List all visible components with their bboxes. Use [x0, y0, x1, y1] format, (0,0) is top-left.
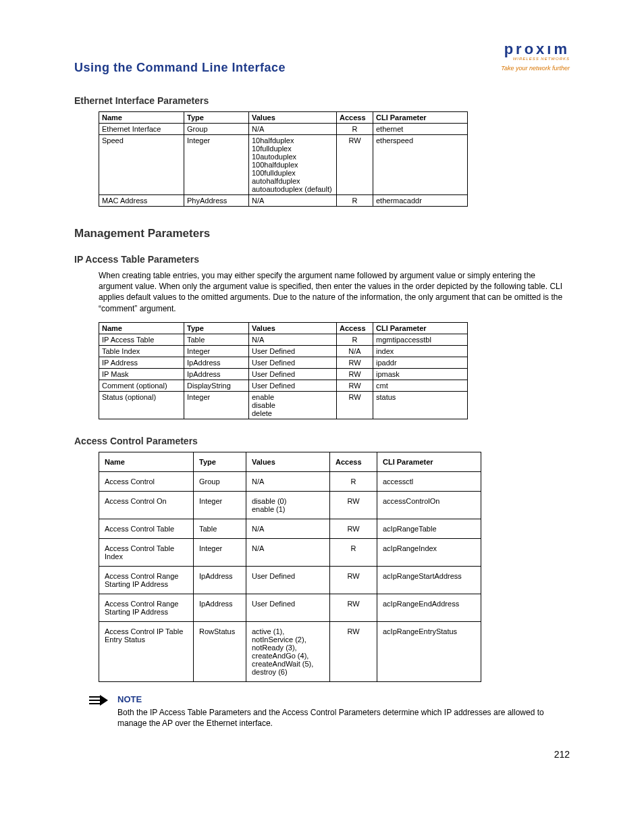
col-values: Values [246, 452, 330, 471]
cell-cli: ipmask [373, 368, 468, 380]
cell-type: Integer [184, 391, 249, 419]
col-name: Name [99, 452, 194, 471]
cell-access: RW [330, 621, 377, 681]
tbody-ip-access: IP Access TableTableN/ARmgmtipaccesstblT… [99, 334, 468, 419]
cell-values: User Defined [249, 345, 337, 357]
cell-access: RW [337, 357, 373, 368]
page-title: Using the Command Line Interface [74, 61, 286, 75]
cell-type: Group [184, 124, 249, 135]
cell-access: R [330, 471, 377, 491]
cell-cli: ethermacaddr [373, 195, 468, 207]
col-type: Type [194, 452, 246, 471]
cell-name: Table Index [99, 345, 184, 357]
cell-cli: acIpRangeTable [377, 519, 481, 538]
table-header-row: Name Type Values Access CLI Parameter [99, 452, 481, 471]
cell-values: N/A [249, 124, 337, 135]
cell-values: N/A [249, 334, 337, 345]
cell-access: R [337, 124, 373, 135]
cell-type: IpAddress [184, 357, 249, 368]
cell-access: R [337, 195, 373, 207]
tbody-access-control: Access ControlGroupN/ARaccessctlAccess C… [99, 471, 481, 681]
cell-cli: mgmtipaccesstbl [373, 334, 468, 345]
cell-name: Comment (optional) [99, 380, 184, 391]
col-access: Access [330, 452, 377, 471]
cell-type: Integer [184, 345, 249, 357]
table-row: MAC AddressPhyAddressN/ARethermacaddr [99, 195, 468, 207]
heading-access-control-parameters: Access Control Parameters [74, 436, 570, 446]
page-header: Using the Command Line Interface proxım … [74, 41, 570, 75]
heading-ethernet-interface-parameters: Ethernet Interface Parameters [74, 95, 570, 106]
cell-access: RW [337, 380, 373, 391]
svg-marker-3 [100, 695, 108, 706]
cell-access: RW [330, 594, 377, 621]
cell-type: Integer [194, 491, 246, 519]
cell-values: N/A [246, 519, 330, 538]
tbody-ethernet-interface: Ethernet InterfaceGroupN/ARethernetSpeed… [99, 124, 468, 207]
table-row: Status (optional)Integerenable disable d… [99, 391, 468, 419]
cell-access: RW [337, 391, 373, 419]
table-row: Access Control Range Starting IP Address… [99, 566, 481, 594]
cell-type: Integer [194, 538, 246, 566]
cell-values: N/A [246, 471, 330, 491]
table-row: Ethernet InterfaceGroupN/ARethernet [99, 124, 468, 135]
table-header-row: Name Type Values Access CLI Parameter [99, 322, 468, 334]
cell-type: Integer [184, 135, 249, 195]
cell-name: Ethernet Interface [99, 124, 184, 135]
col-cli: CLI Parameter [377, 452, 481, 471]
cell-name: IP Address [99, 357, 184, 368]
cell-type: PhyAddress [184, 195, 249, 207]
note-arrow-icon [88, 694, 109, 708]
brand-block: proxım WIRELESS NETWORKS Take your netwo… [501, 41, 570, 72]
table-row: Access Control OnIntegerdisable (0) enab… [99, 491, 481, 519]
cell-values: User Defined [246, 566, 330, 594]
table-access-control: Name Type Values Access CLI Parameter Ac… [99, 452, 481, 682]
table-row: Table IndexIntegerUser DefinedN/Aindex [99, 345, 468, 357]
cell-name: Access Control Table Index [99, 538, 194, 566]
table-row: IP MaskIpAddressUser DefinedRWipmask [99, 368, 468, 380]
cell-name: IP Access Table [99, 334, 184, 345]
col-cli: CLI Parameter [373, 322, 468, 334]
cell-type: DisplayString [184, 380, 249, 391]
cell-values: User Defined [249, 380, 337, 391]
cell-values: N/A [246, 538, 330, 566]
col-name: Name [99, 112, 184, 124]
cell-name: MAC Address [99, 195, 184, 207]
cell-type: Table [194, 519, 246, 538]
cell-cli: index [373, 345, 468, 357]
cell-values: disable (0) enable (1) [246, 491, 330, 519]
heading-ip-access-table-parameters: IP Access Table Parameters [74, 254, 570, 265]
table-row: Access Control Table IndexIntegerN/ARacI… [99, 538, 481, 566]
table-row: IP Access TableTableN/ARmgmtipaccesstbl [99, 334, 468, 345]
table-row: IP AddressIpAddressUser DefinedRWipaddr [99, 357, 468, 368]
ip-access-intro: When creating table entries, you may eit… [99, 270, 570, 314]
table-ip-access: Name Type Values Access CLI Parameter IP… [99, 322, 468, 419]
cell-values: N/A [249, 195, 337, 207]
table-header-row: Name Type Values Access CLI Parameter [99, 112, 468, 124]
cell-cli: acIpRangeStartAddress [377, 566, 481, 594]
page-number: 212 [74, 749, 570, 760]
cell-name: Access Control [99, 471, 194, 491]
cell-cli: ethernet [373, 124, 468, 135]
cell-access: RW [330, 491, 377, 519]
table-ethernet-interface: Name Type Values Access CLI Parameter Et… [99, 111, 468, 207]
cell-type: Table [184, 334, 249, 345]
cell-cli: acIpRangeEndAddress [377, 594, 481, 621]
cell-values: 10halfduplex 10fullduplex 10autoduplex 1… [249, 135, 337, 195]
table-row: Access Control IP Table Entry StatusRowS… [99, 621, 481, 681]
cell-type: IpAddress [184, 368, 249, 380]
cell-cli: accessctl [377, 471, 481, 491]
cell-type: RowStatus [194, 621, 246, 681]
cell-cli: cmt [373, 380, 468, 391]
cell-access: N/A [337, 345, 373, 357]
cell-values: User Defined [249, 368, 337, 380]
note-content: NOTE Both the IP Access Table Parameters… [117, 694, 570, 729]
cell-type: IpAddress [194, 566, 246, 594]
col-cli: CLI Parameter [373, 112, 468, 124]
cell-name: Access Control Range Starting IP Address [99, 594, 194, 621]
cell-name: Status (optional) [99, 391, 184, 419]
col-name: Name [99, 322, 184, 334]
cell-name: Access Control On [99, 491, 194, 519]
cell-name: IP Mask [99, 368, 184, 380]
cell-cli: acIpRangeEntryStatus [377, 621, 481, 681]
col-type: Type [184, 322, 249, 334]
